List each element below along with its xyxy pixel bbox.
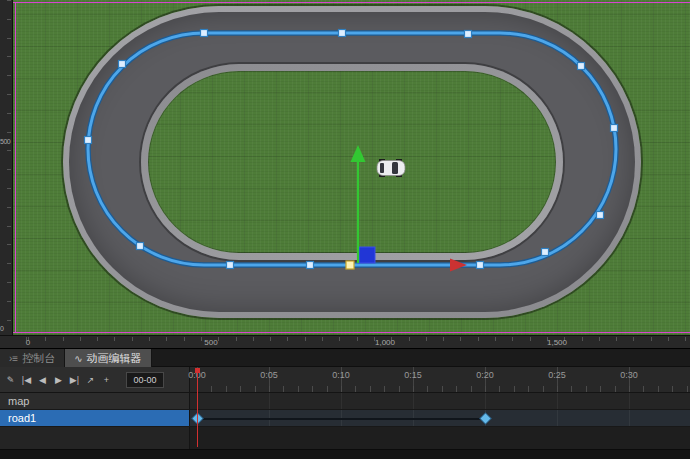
path-spline-outline	[88, 33, 616, 265]
car-sprite[interactable]	[377, 159, 405, 177]
path-control-point[interactable]	[465, 31, 472, 38]
play-button[interactable]: ▶	[52, 372, 65, 388]
go-start-button[interactable]: |◀	[20, 372, 33, 388]
path-control-point[interactable]	[85, 137, 92, 144]
time-ruler-label: 0:30	[620, 370, 638, 380]
track-name[interactable]: road1	[0, 410, 190, 426]
track-lane[interactable]	[190, 393, 690, 409]
ruler-label: 0	[26, 338, 30, 347]
track-name[interactable]: map	[0, 393, 190, 409]
playback-toolbar: ✎ |◀ ◀ ▶ ▶| ↗ + 00-00	[0, 367, 190, 393]
animation-editor-app: 500 0 0 500 1,000 1,500 ›≡ 控制台 ∿ 动画编辑器 ✎…	[0, 0, 690, 459]
time-ruler-label: 0:20	[476, 370, 494, 380]
prev-frame-button[interactable]: ◀	[36, 372, 49, 388]
panel-tab-bar: ›≡ 控制台 ∿ 动画编辑器	[0, 349, 690, 367]
console-icon: ›≡	[9, 353, 18, 364]
track-row-map[interactable]: map	[0, 393, 690, 410]
path-control-point[interactable]	[597, 212, 604, 219]
ruler-label: 500	[0, 138, 10, 145]
path-control-point[interactable]	[227, 262, 234, 269]
tab-label: 动画编辑器	[87, 351, 142, 366]
time-ruler-label: 0:25	[548, 370, 566, 380]
edit-button[interactable]: ✎	[4, 372, 17, 388]
animation-timeline-panel: ›≡ 控制台 ∿ 动画编辑器 ✎ |◀ ◀ ▶ ▶| ↗ + 00-00 0:0…	[0, 348, 690, 459]
keyframe-diamond[interactable]	[480, 414, 490, 424]
export-button[interactable]: ↗	[84, 372, 97, 388]
tracks-area: map road1	[0, 393, 690, 449]
track-lane[interactable]	[190, 410, 690, 426]
time-ruler-label: 0:10	[332, 370, 350, 380]
path-control-point[interactable]	[137, 243, 144, 250]
ruler-label: 500	[204, 338, 217, 347]
ruler-vertical: 500 0	[0, 0, 13, 335]
waveform-icon: ∿	[74, 353, 82, 364]
path-control-point[interactable]	[201, 30, 208, 37]
move-gizmo-y-arrowhead[interactable]	[351, 145, 366, 162]
time-ruler-label: 0:05	[260, 370, 278, 380]
tracks-filler	[0, 427, 690, 449]
path-control-points	[85, 30, 618, 269]
ruler-label: 1,500	[547, 338, 567, 347]
time-ruler-label: 0:15	[404, 370, 422, 380]
path-control-point[interactable]	[119, 61, 126, 68]
time-field[interactable]: 00-00	[126, 372, 164, 388]
scene-overlay	[0, 0, 690, 348]
path-control-point[interactable]	[339, 30, 346, 37]
ruler-ticks	[13, 337, 690, 341]
move-gizmo-plane-handle[interactable]	[359, 247, 375, 263]
ruler-label: 0	[0, 325, 3, 332]
scene-viewport[interactable]: 500 0 0 500 1,000 1,500	[0, 0, 690, 348]
ruler-label: 1,000	[375, 338, 395, 347]
path-control-point[interactable]	[477, 262, 484, 269]
path-control-point[interactable]	[578, 63, 585, 70]
keyframe-connector	[197, 418, 485, 420]
track-row-road1[interactable]: road1	[0, 410, 690, 427]
tab-label: 控制台	[22, 351, 55, 366]
next-frame-button[interactable]: ▶|	[68, 372, 81, 388]
path-control-point[interactable]	[611, 125, 618, 132]
time-ruler-minor-ticks	[190, 386, 690, 392]
tab-console[interactable]: ›≡ 控制台	[0, 349, 65, 367]
move-gizmo-x-arrowhead[interactable]	[450, 259, 467, 272]
path-control-point-selected[interactable]	[346, 261, 354, 269]
time-ruler[interactable]: 0:00 0:05 0:10 0:15 0:20 0:25 0:30	[190, 367, 690, 393]
path-spline[interactable]	[88, 33, 616, 265]
tab-animation-editor[interactable]: ∿ 动画编辑器	[65, 349, 151, 367]
ruler-ticks	[7, 0, 11, 335]
path-control-point[interactable]	[307, 262, 314, 269]
path-control-point[interactable]	[542, 249, 549, 256]
ruler-horizontal: 0 500 1,000 1,500	[0, 335, 690, 348]
bottom-scrollbar-strip[interactable]	[0, 449, 690, 459]
add-key-button[interactable]: +	[100, 372, 113, 388]
playhead[interactable]	[197, 369, 198, 447]
